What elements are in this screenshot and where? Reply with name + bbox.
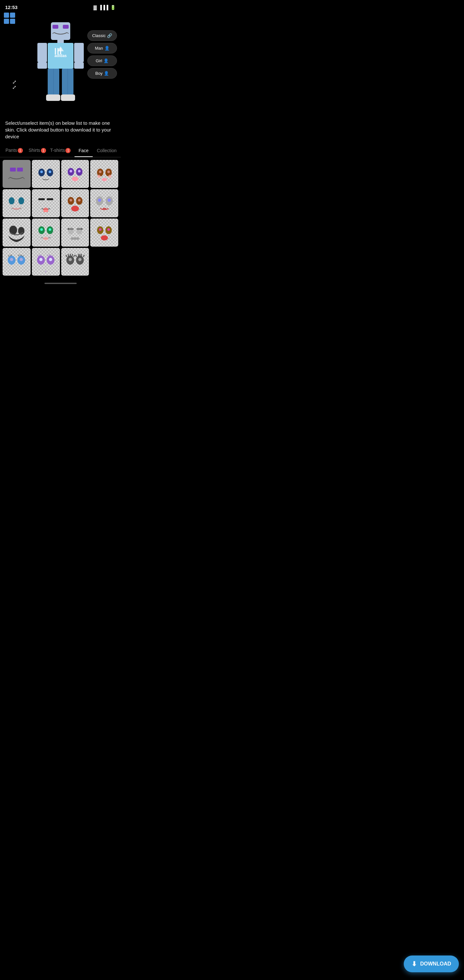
svg-point-62 [40,228,43,231]
svg-rect-5 [57,40,64,43]
svg-line-106 [66,255,67,257]
tab-tshirts-label: T-shirts [50,148,65,153]
face-item-4[interactable] [90,160,118,188]
svg-rect-1 [52,25,58,29]
filter-man-label: Man [95,46,103,51]
svg-point-92 [39,258,43,261]
avatar-container: adidas [29,16,93,106]
svg-point-68 [76,227,82,234]
tab-pants[interactable]: Pants1 [3,144,26,157]
grid-cell-1 [4,13,9,18]
svg-rect-44 [38,198,45,200]
svg-point-32 [70,170,72,172]
svg-point-39 [97,175,100,178]
svg-point-63 [49,228,51,231]
svg-point-40 [108,175,111,178]
scroll-indicator-container [0,278,121,291]
tab-pants-label: Pants [5,148,17,153]
tab-face[interactable]: Face [72,144,95,157]
svg-line-115 [83,255,84,257]
svg-rect-8 [55,48,56,54]
face-item-8[interactable] [90,189,118,217]
face-10-svg [35,221,57,244]
filter-boy-button[interactable]: Boy 👤 [87,68,117,79]
filter-classic-button[interactable]: Classic 🔗 [87,30,117,41]
svg-rect-45 [47,198,53,200]
face-item-14[interactable]: ∧ [32,248,60,276]
face-item-2[interactable] [32,160,60,188]
svg-point-37 [99,170,102,173]
svg-point-42 [9,197,14,204]
grid-cell-4 [10,19,15,24]
face-6-svg [35,192,57,215]
svg-line-110 [73,255,75,257]
tab-shirts[interactable]: Shirts1 [26,144,49,157]
svg-point-28 [40,170,43,173]
status-icons: ▓ ▐▐▐ 🔋 [94,5,116,10]
tab-collection[interactable]: Collection [95,144,118,157]
filter-man-button[interactable]: Man 👤 [87,43,117,54]
svg-point-82 [20,258,23,261]
face-items-grid: ∧ [0,158,121,278]
face-item-7[interactable] [61,189,89,217]
face-item-11[interactable] [61,219,89,247]
svg-text:∧: ∧ [45,270,47,273]
face-14-svg: ∧ [35,250,57,273]
face-item-12[interactable] [90,219,118,247]
wifi-icon: ▓ [94,5,97,10]
filter-girl-label: Girl [96,58,102,63]
grid-menu-btn[interactable] [4,13,15,24]
face-item-10[interactable] [32,219,60,247]
grid-cell-2 [10,13,15,18]
svg-rect-15 [74,62,84,68]
svg-point-55 [98,199,101,202]
face-12-svg [93,221,116,244]
svg-line-88 [21,255,22,256]
face-item-5[interactable] [3,189,30,217]
face-9-svg [5,221,28,244]
tab-face-label: Face [79,148,89,153]
top-section: adidas [0,13,121,116]
face-11-svg [64,221,86,244]
filter-man-icon: 👤 [104,46,110,51]
filter-girl-icon: 👤 [103,58,109,63]
tab-tshirts[interactable]: T-shirts1 [49,144,72,157]
svg-point-41 [102,178,107,181]
face-item-3[interactable] [61,160,89,188]
svg-line-25 [23,177,24,179]
face-5-svg [5,192,28,215]
svg-rect-12 [37,43,47,62]
status-bar: 12:53 ▓ ▐▐▐ 🔋 [0,0,121,13]
instruction-text: Select/unselect item(s) on below list to… [0,116,121,144]
svg-line-99 [51,255,51,256]
face-7-svg [64,192,86,215]
svg-point-51 [78,199,81,202]
svg-rect-14 [37,62,47,68]
face-item-13[interactable] [3,248,30,276]
svg-point-78 [101,235,108,240]
signal-icon: ▐▐▐ [99,5,108,10]
svg-rect-47 [43,210,48,212]
svg-point-93 [49,258,52,261]
svg-point-38 [107,170,110,173]
svg-point-67 [68,227,74,234]
face-8-svg [93,192,116,215]
face-4-svg [93,163,116,185]
face-item-9[interactable] [3,219,30,247]
face-3-svg [64,163,86,185]
face-item-1[interactable] [3,160,30,188]
tab-pants-badge: 1 [18,148,23,153]
face-13-svg [5,250,28,273]
svg-rect-13 [74,43,84,62]
face-item-6[interactable] [32,189,60,217]
svg-line-109 [72,254,73,256]
expand-button[interactable]: ⤢ ⤢ [12,80,16,90]
svg-point-77 [107,228,110,231]
face-item-15[interactable] [61,248,89,276]
svg-point-104 [68,258,72,261]
svg-point-52 [71,206,79,212]
status-time: 12:53 [5,5,17,10]
filter-girl-button[interactable]: Girl 👤 [87,56,117,66]
filter-boy-label: Boy [95,71,102,76]
svg-point-43 [18,197,24,204]
